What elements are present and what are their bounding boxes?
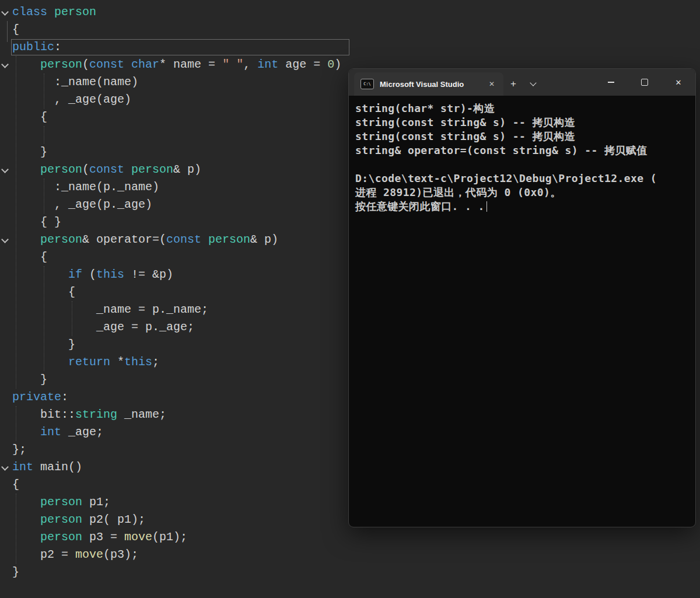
code-token: , [243, 58, 257, 71]
code-token: int [257, 58, 278, 71]
code-line[interactable]: int _age; [12, 424, 341, 441]
code-token: { [12, 478, 19, 491]
code-line[interactable]: , _age(p._age) [12, 196, 341, 214]
maximize-button[interactable] [628, 69, 662, 96]
code-line[interactable]: class person [12, 4, 341, 21]
terminal-tab[interactable]: C:\ Microsoft Visual Studio ✕ [354, 72, 503, 96]
fold-chevron-icon[interactable] [1, 463, 9, 471]
code-line[interactable]: person p1; [12, 494, 341, 511]
code-line[interactable]: }; [12, 441, 341, 459]
code-token: age = [278, 58, 327, 71]
code-token: ( [82, 58, 89, 71]
terminal-output[interactable]: string(char* str)-构造string(const string&… [349, 96, 695, 219]
code-token: person [40, 495, 82, 509]
code-token: int [40, 425, 61, 439]
terminal-titlebar[interactable]: C:\ Microsoft Visual Studio ✕ + ✕ [349, 69, 695, 96]
terminal-line: D:\code\text-c\Project12\Debug\Project12… [355, 172, 689, 186]
code-line[interactable]: { [12, 476, 341, 494]
code-line[interactable]: private: [12, 389, 341, 406]
code-token: person [40, 58, 82, 71]
code-line[interactable]: p2 = move(p3); [12, 546, 341, 564]
minimize-button[interactable] [594, 69, 628, 96]
code-token: : [54, 40, 61, 54]
close-icon: ✕ [676, 78, 682, 87]
code-token: { [12, 23, 19, 36]
chevron-down-icon [530, 79, 536, 86]
code-token: person [208, 233, 250, 246]
code-token: private [12, 390, 61, 404]
code-token: :_name(p._name) [12, 180, 159, 194]
code-token: const [166, 233, 201, 246]
code-line[interactable]: bit::string _name; [12, 406, 341, 424]
code-token [12, 530, 40, 544]
terminal-window[interactable]: C:\ Microsoft Visual Studio ✕ + ✕ string… [348, 68, 696, 527]
titlebar-drag-area[interactable] [543, 69, 594, 96]
terminal-line: 进程 28912)已退出，代码为 0 (0x0)。 [355, 186, 689, 200]
new-tab-button[interactable]: + [503, 72, 523, 96]
code-token: _age; [61, 425, 103, 439]
minimize-icon [608, 82, 614, 83]
fold-chevron-icon[interactable] [1, 8, 9, 16]
code-token [12, 163, 40, 176]
code-line[interactable]: person(const char* name = " ", int age =… [12, 56, 341, 74]
close-button[interactable]: ✕ [662, 69, 695, 96]
fold-chevron-icon[interactable] [1, 236, 9, 243]
code-line[interactable]: } [12, 564, 341, 581]
code-line[interactable]: if (this != &p) [12, 266, 341, 284]
code-line[interactable]: person(const person& p) [12, 161, 341, 179]
code-token: person [40, 163, 82, 176]
code-line[interactable]: public: [12, 39, 341, 56]
code-token: person [40, 513, 82, 526]
code-token: _name = p._name; [12, 303, 208, 316]
tab-dropdown-button[interactable] [523, 72, 543, 96]
code-token: class [12, 5, 47, 19]
code-line[interactable]: { } [12, 214, 341, 231]
code-token: ) [334, 58, 341, 71]
code-token: bit:: [12, 408, 75, 421]
code-token: p2 = [12, 548, 75, 561]
code-token: { [12, 110, 47, 124]
code-line[interactable]: _name = p._name; [12, 301, 341, 319]
code-line[interactable]: int main() [12, 459, 341, 476]
code-token: { } [12, 215, 61, 229]
code-token: person [40, 233, 82, 246]
code-line[interactable]: { [12, 249, 341, 266]
code-lines[interactable]: class person{public: person(const char* … [12, 4, 341, 581]
code-token: " " [222, 58, 243, 71]
code-token: * name = [159, 58, 222, 71]
code-line[interactable]: _age = p._age; [12, 319, 341, 336]
code-line[interactable]: } [12, 336, 341, 354]
tab-close-icon[interactable]: ✕ [487, 79, 497, 89]
code-token: { [12, 250, 47, 264]
code-line[interactable]: person p2( p1); [12, 511, 341, 529]
code-token: return [68, 355, 110, 369]
code-line[interactable]: } [12, 144, 341, 161]
code-line[interactable]: return *this; [12, 354, 341, 371]
code-token: person [40, 530, 82, 544]
code-token: this [96, 268, 124, 281]
code-token: , _age(age) [12, 93, 131, 106]
code-token: _age = p._age; [12, 320, 194, 334]
fold-chevron-icon[interactable] [1, 61, 9, 68]
code-line[interactable]: :_name(p._name) [12, 179, 341, 196]
code-token [12, 355, 68, 369]
code-line[interactable]: { [12, 284, 341, 301]
code-token: & operator=( [82, 233, 166, 246]
code-token: (p3); [103, 548, 138, 561]
terminal-line: string(const string& s) -- 拷贝构造 [355, 116, 689, 130]
code-line[interactable]: person& operator=(const person& p) [12, 231, 341, 249]
code-line[interactable]: person p3 = move(p1); [12, 529, 341, 546]
terminal-icon: C:\ [360, 79, 374, 89]
code-token: char [131, 58, 159, 71]
fold-chevron-icon[interactable] [1, 166, 9, 173]
terminal-line: 按任意键关闭此窗口. . . [355, 200, 689, 214]
code-token [12, 233, 40, 246]
code-line[interactable]: , _age(age) [12, 91, 341, 109]
terminal-line: string(const string& s) -- 拷贝构造 [355, 130, 689, 144]
code-line[interactable]: :_name(name) [12, 74, 341, 91]
code-line[interactable] [12, 126, 341, 144]
code-line[interactable]: { [12, 21, 341, 39]
code-token [124, 163, 131, 176]
code-line[interactable]: } [12, 371, 341, 389]
code-line[interactable]: { [12, 109, 341, 126]
